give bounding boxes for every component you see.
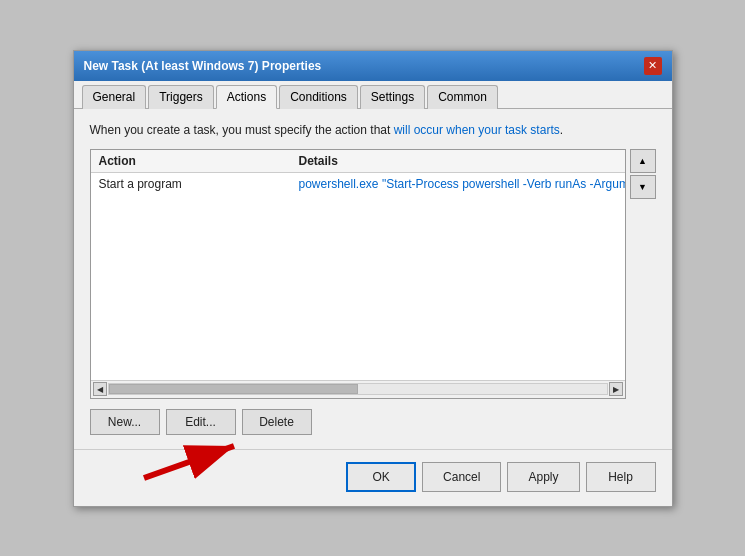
table-outer: Action Details Start a program powershel… [90,149,656,399]
tab-settings[interactable]: Settings [360,85,425,109]
side-scroll-buttons: ▲ ▼ [630,149,656,399]
scroll-thumb[interactable] [109,384,358,394]
tab-triggers[interactable]: Triggers [148,85,214,109]
col-header-details: Details [299,154,617,168]
edit-button[interactable]: Edit... [166,409,236,435]
desc-part2: . [560,123,563,137]
scroll-left-button[interactable]: ◀ [93,382,107,396]
cell-details: powershell.exe "Start-Process powershell… [299,177,625,191]
actions-table: Action Details Start a program powershel… [90,149,626,399]
help-button[interactable]: Help [586,462,656,492]
arrow-indicator [134,436,254,486]
new-button[interactable]: New... [90,409,160,435]
description-text: When you create a task, you must specify… [90,123,656,137]
dialog-title: New Task (At least Windows 7) Properties [84,59,322,73]
delete-button[interactable]: Delete [242,409,312,435]
scroll-track[interactable] [108,383,608,395]
table-row[interactable]: Start a program powershell.exe "Start-Pr… [91,173,625,195]
tab-general[interactable]: General [82,85,147,109]
scroll-down-button[interactable]: ▼ [630,175,656,199]
scroll-right-button[interactable]: ▶ [609,382,623,396]
close-button[interactable]: ✕ [644,57,662,75]
desc-link[interactable]: will occur when your task starts [394,123,560,137]
tab-actions[interactable]: Actions [216,85,277,109]
desc-part1: When you create a task, you must specify… [90,123,394,137]
content-area: When you create a task, you must specify… [74,109,672,449]
red-arrow-svg [134,436,254,486]
title-bar: New Task (At least Windows 7) Properties… [74,51,672,81]
svg-line-1 [144,446,234,478]
cancel-button[interactable]: Cancel [422,462,501,492]
ok-button[interactable]: OK [346,462,416,492]
table-body[interactable]: Start a program powershell.exe "Start-Pr… [91,173,625,399]
horizontal-scrollbar[interactable]: ◀ ▶ [91,380,625,398]
scroll-up-button[interactable]: ▲ [630,149,656,173]
cell-action: Start a program [99,177,299,191]
task-properties-dialog: New Task (At least Windows 7) Properties… [73,50,673,507]
tab-common[interactable]: Common [427,85,498,109]
action-buttons-row: New... Edit... Delete [90,409,656,435]
tab-bar: General Triggers Actions Conditions Sett… [74,81,672,109]
apply-button[interactable]: Apply [507,462,579,492]
bottom-buttons-row: OK Cancel Apply Help [74,449,672,506]
table-header: Action Details [91,150,625,173]
col-header-action: Action [99,154,299,168]
tab-conditions[interactable]: Conditions [279,85,358,109]
